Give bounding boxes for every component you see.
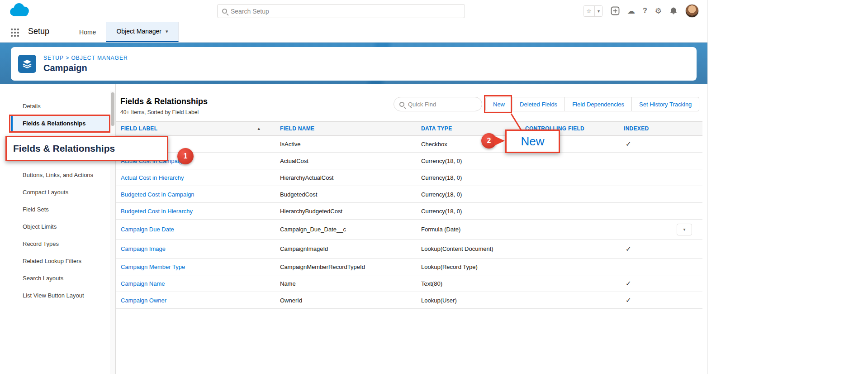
- sidebar-item-list-view-button-layout[interactable]: List View Button Layout: [11, 287, 110, 304]
- sidebar-item-hidden: [11, 132, 110, 149]
- data-type-cell: Currency(18, 0): [421, 174, 525, 181]
- app-launcher-icon[interactable]: [11, 29, 19, 37]
- field-label-link[interactable]: Budgeted Cost in Campaign: [121, 191, 194, 198]
- star-icon[interactable]: ☆: [583, 6, 594, 16]
- column-indexed[interactable]: INDEXED: [624, 125, 702, 132]
- field-name-cell: ActualCost: [280, 158, 421, 164]
- sidebar-scrollbar[interactable]: [110, 91, 115, 374]
- check-icon: ✓: [624, 279, 631, 287]
- data-type-cell: Currency(18, 0): [421, 191, 525, 198]
- nav-tabs: Home Object Manager ▾: [69, 22, 179, 42]
- sidebar-item-fields-relationships[interactable]: Fields & Relationships: [11, 115, 110, 132]
- column-data-type[interactable]: DATA TYPE: [421, 125, 525, 132]
- table-row: IsActive Checkbox ✓: [116, 136, 702, 153]
- check-icon: ✓: [624, 140, 631, 148]
- row-actions-dropdown[interactable]: ▾: [677, 224, 692, 235]
- salesforce-setup-app: ☆ ▾ ☁ ? ⚙ Setup Home Object Manager ▾: [0, 0, 708, 374]
- field-name-cell: OwnerId: [280, 297, 421, 304]
- check-icon: [624, 263, 626, 271]
- deleted-fields-button[interactable]: Deleted Fields: [512, 97, 565, 111]
- field-dependencies-button[interactable]: Field Dependencies: [564, 97, 632, 111]
- list-actions: New Deleted Fields Field Dependencies Se…: [485, 97, 699, 111]
- sidebar-item-search-layouts[interactable]: Search Layouts: [11, 270, 110, 287]
- new-button[interactable]: New: [485, 97, 512, 111]
- table-row: Budgeted Cost in Campaign BudgetedCost C…: [116, 186, 702, 203]
- table-row: Campaign Image CampaignImageId Lookup(Co…: [116, 240, 702, 259]
- quick-find: [394, 97, 482, 111]
- field-name-cell: Name: [280, 280, 421, 287]
- field-label-link[interactable]: Campaign Owner: [121, 297, 166, 304]
- bell-icon[interactable]: [669, 7, 678, 15]
- field-name-cell: HierarchyActualCost: [280, 174, 421, 181]
- check-icon: [624, 207, 626, 215]
- tab-home[interactable]: Home: [69, 22, 106, 42]
- salesforce-logo-icon[interactable]: [6, 2, 33, 19]
- object-manager-sidebar: Details Fields & Relationships Buttons, …: [11, 91, 110, 304]
- data-type-cell: Formula (Date): [421, 226, 525, 233]
- field-name-cell: HierarchyBudgetedCost: [280, 208, 421, 215]
- app-name: Setup: [28, 27, 49, 42]
- table-row: Budgeted Cost in Hierarchy HierarchyBudg…: [116, 203, 702, 220]
- global-actions-plus-icon[interactable]: [611, 6, 620, 15]
- table-row: Campaign Owner OwnerId Lookup(User) ✓: [116, 292, 702, 309]
- data-type-cell: Currency(18, 0): [421, 208, 525, 215]
- check-icon: [624, 174, 626, 182]
- tab-object-manager[interactable]: Object Manager ▾: [106, 22, 178, 42]
- field-label-link[interactable]: Campaign Member Type: [121, 264, 185, 270]
- banner-card: SETUP > OBJECT MANAGER Campaign: [11, 47, 697, 81]
- field-label-link[interactable]: Campaign Name: [121, 280, 165, 287]
- check-icon: [624, 225, 626, 233]
- field-name-cell: BudgetedCost: [280, 191, 421, 198]
- fields-table: FIELD LABEL ▲ FIELD NAME DATA TYPE CONTR…: [116, 121, 702, 309]
- sidebar-scrollbar-thumb[interactable]: [111, 92, 114, 126]
- check-icon: ✓: [624, 296, 631, 304]
- data-type-cell: Checkbox: [421, 141, 525, 148]
- check-icon: ✓: [624, 245, 631, 253]
- table-header: FIELD LABEL ▲ FIELD NAME DATA TYPE CONTR…: [116, 121, 702, 136]
- breadcrumb[interactable]: SETUP > OBJECT MANAGER: [43, 55, 128, 61]
- field-name-cell: CampaignImageId: [280, 245, 421, 252]
- sidebar-item-object-limits[interactable]: Object Limits: [11, 218, 110, 235]
- list-title: Fields & Relationships: [120, 97, 208, 106]
- column-field-label[interactable]: FIELD LABEL ▲: [121, 125, 280, 132]
- setup-banner: SETUP > OBJECT MANAGER Campaign: [0, 43, 707, 84]
- global-search: [217, 4, 465, 18]
- list-subtitle: 40+ Items, Sorted by Field Label: [120, 109, 199, 115]
- fields-relationships-panel: Fields & Relationships 40+ Items, Sorted…: [116, 84, 702, 374]
- quick-find-input[interactable]: [408, 101, 488, 108]
- field-label-link[interactable]: Campaign Image: [121, 245, 166, 252]
- favorites-chevron-down-icon[interactable]: ▾: [594, 6, 602, 16]
- field-label-link[interactable]: Actual Cost in Hierarchy: [121, 174, 184, 181]
- help-icon[interactable]: ?: [643, 7, 647, 15]
- tab-object-manager-label: Object Manager: [116, 28, 161, 35]
- column-field-name[interactable]: FIELD NAME: [280, 125, 421, 132]
- sidebar-item-field-sets[interactable]: Field Sets: [11, 201, 110, 218]
- chevron-down-icon: ▾: [166, 29, 168, 34]
- setup-nav-bar: Setup Home Object Manager ▾: [0, 22, 707, 43]
- global-search-input[interactable]: [231, 8, 460, 15]
- page-title: Campaign: [43, 63, 128, 73]
- avatar[interactable]: [685, 4, 699, 18]
- data-type-cell: Text(80): [421, 280, 525, 287]
- sidebar-item-details[interactable]: Details: [11, 98, 110, 115]
- sidebar-item-related-lookup-filters[interactable]: Related Lookup Filters: [11, 253, 110, 270]
- check-icon: [624, 157, 626, 165]
- data-type-cell: Lookup(Content Document): [421, 245, 525, 252]
- sidebar-item-buttons-links-actions[interactable]: Buttons, Links, and Actions: [11, 167, 110, 184]
- field-label-link[interactable]: Budgeted Cost in Hierarchy: [121, 208, 193, 215]
- sidebar-item-record-types[interactable]: Record Types: [11, 235, 110, 253]
- object-manager-icon: [18, 55, 36, 73]
- table-row: Campaign Name Name Text(80) ✓: [116, 275, 702, 292]
- gear-icon[interactable]: ⚙: [655, 6, 662, 16]
- field-label-link[interactable]: Campaign Due Date: [121, 226, 174, 233]
- field-name-cell: Campaign_Due_Date__c: [280, 226, 421, 233]
- set-history-tracking-button[interactable]: Set History Tracking: [631, 97, 699, 111]
- favorites-control: ☆ ▾: [583, 5, 603, 17]
- field-label-link[interactable]: Actual Cost in Campaign: [121, 158, 185, 164]
- search-icon: [399, 102, 404, 107]
- check-icon: [624, 191, 626, 198]
- column-controlling-field[interactable]: CONTROLLING FIELD: [525, 125, 624, 132]
- sidebar-item-compact-layouts[interactable]: Compact Layouts: [11, 184, 110, 201]
- cloud-icon[interactable]: ☁: [627, 6, 635, 16]
- table-row: Campaign Member Type CampaignMemberRecor…: [116, 259, 702, 275]
